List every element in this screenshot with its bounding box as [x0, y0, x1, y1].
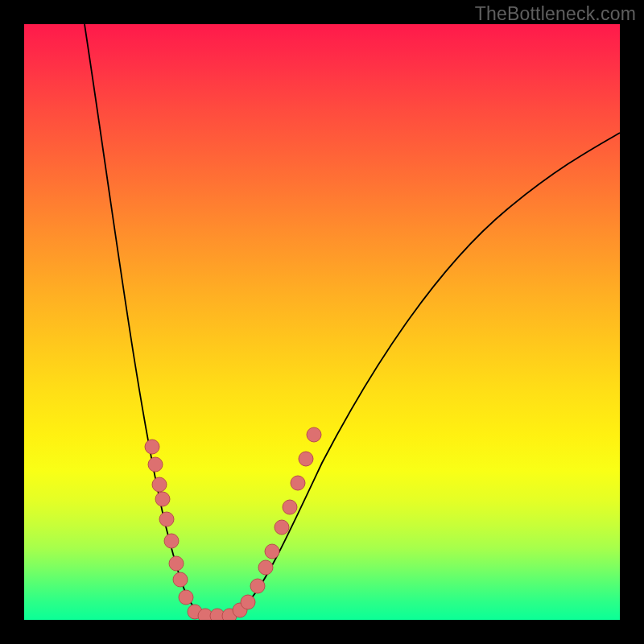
chart-svg	[24, 24, 620, 620]
data-point-group	[145, 427, 321, 620]
data-point	[173, 572, 188, 587]
data-point	[179, 590, 193, 605]
data-point	[250, 579, 265, 593]
data-point	[155, 492, 170, 506]
data-point	[283, 500, 297, 514]
data-point	[169, 556, 184, 571]
bottleneck-curve	[85, 24, 620, 617]
data-point	[241, 595, 255, 609]
data-point	[265, 544, 279, 559]
watermark-text: TheBottleneck.com	[475, 3, 636, 25]
chart-frame: TheBottleneck.com	[0, 0, 644, 644]
data-point	[145, 440, 159, 454]
data-point	[291, 476, 305, 490]
data-point	[275, 520, 289, 535]
data-point	[258, 560, 273, 575]
data-point	[164, 534, 179, 548]
data-point	[307, 427, 321, 442]
data-point	[299, 452, 313, 466]
data-point	[148, 457, 163, 472]
data-point	[152, 477, 167, 492]
plot-area	[24, 24, 620, 620]
data-point	[159, 512, 174, 526]
